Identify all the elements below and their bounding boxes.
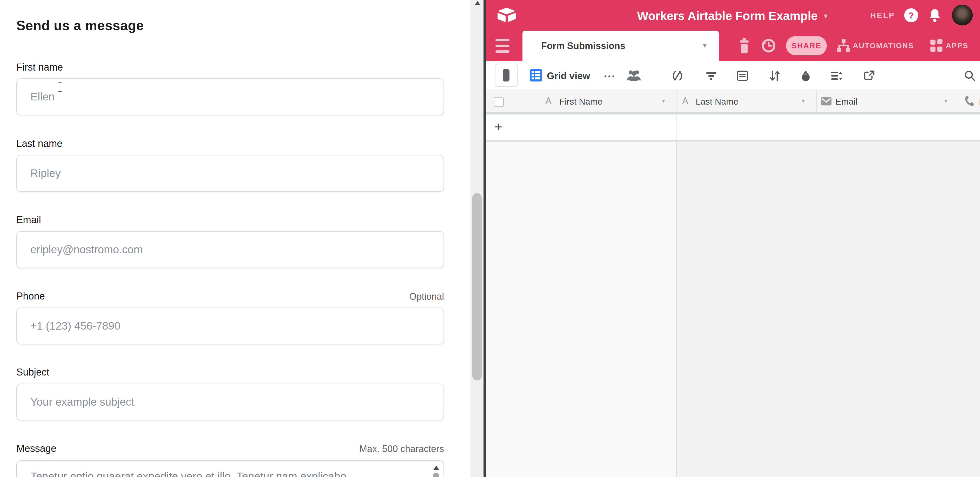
trash-icon[interactable] (737, 37, 751, 54)
view-name[interactable]: Grid view (547, 71, 590, 81)
add-record-plus-icon[interactable]: + (495, 119, 502, 135)
window-split-divider[interactable] (484, 0, 486, 477)
message-maxchars-hint: Max. 500 characters (360, 444, 444, 455)
grid-body-empty (486, 142, 980, 477)
history-icon[interactable] (760, 37, 776, 54)
color-icon[interactable] (799, 70, 812, 82)
form-pane-scrollbar[interactable] (471, 0, 484, 477)
search-icon[interactable] (963, 70, 976, 82)
form-title: Send us a message (16, 17, 144, 33)
textarea-scrollbar[interactable] (431, 463, 441, 477)
phone-optional-hint: Optional (409, 291, 444, 302)
email-label: Email (16, 214, 41, 225)
email-field-icon (821, 97, 832, 106)
first-name-label: First name (16, 62, 63, 73)
text-field-icon: A (545, 95, 552, 106)
base-title-caret-icon: ▼ (822, 12, 829, 20)
last-name-label: Last name (16, 138, 62, 149)
grid-column-header: A First Name ▼ A Last Name ▼ Email (486, 90, 980, 114)
phone-input[interactable] (16, 307, 444, 344)
view-sidebar-toggle-button[interactable] (495, 63, 518, 87)
tab-caret-icon[interactable]: ▼ (702, 42, 708, 49)
grid-view-icon (530, 69, 542, 81)
user-avatar[interactable] (952, 5, 973, 25)
subject-input[interactable] (16, 384, 444, 420)
help-button[interactable]: HELP (870, 11, 895, 20)
filter-icon[interactable] (705, 70, 718, 82)
screenshot-canvas: Send us a message First name Last name E… (0, 0, 980, 477)
column-last-name[interactable]: A Last Name ▼ (676, 90, 816, 113)
add-record-row[interactable]: + (486, 114, 980, 140)
form-pane-scrollbar-thumb[interactable] (473, 193, 482, 380)
column-email[interactable]: Email ▼ (816, 90, 959, 113)
hide-fields-icon[interactable] (671, 70, 684, 82)
message-text-preview: Tenetur optio quaerat expedite vero et i… (31, 470, 428, 477)
column-caret-icon[interactable]: ▼ (800, 98, 806, 104)
phone-field-icon (964, 95, 975, 106)
share-button[interactable]: SHARE (786, 36, 827, 55)
airtable-topbar: Workers Airtable Form Example▼ HELP ? (486, 0, 980, 31)
tab-form-submissions[interactable]: Form Submissions ▼ (522, 31, 719, 61)
frozen-pane-divider (676, 142, 677, 477)
sidebar-panel-icon (503, 69, 509, 81)
phone-label: Phone (16, 291, 45, 302)
column-caret-icon[interactable]: ▼ (943, 98, 948, 104)
help-question-icon[interactable]: ? (904, 8, 918, 22)
group-icon[interactable] (736, 70, 749, 82)
scroll-up-icon[interactable] (433, 466, 439, 470)
menu-hamburger-icon[interactable] (495, 39, 509, 53)
column-phone[interactable]: Phone (959, 90, 980, 113)
contact-form-pane: Send us a message First name Last name E… (0, 0, 471, 477)
email-input[interactable] (16, 231, 444, 268)
view-more-icon[interactable]: ••• (604, 73, 616, 81)
sort-icon[interactable] (768, 70, 781, 82)
share-view-icon[interactable] (862, 70, 876, 82)
automations-button[interactable]: AUTOMATIONS (853, 38, 914, 54)
scroll-up-icon[interactable] (475, 1, 480, 5)
collaborators-icon[interactable] (626, 70, 641, 82)
notifications-bell-icon[interactable] (928, 8, 942, 23)
airtable-tabbar: Form Submissions ▼ SHARE (486, 31, 980, 61)
column-first-name[interactable]: A First Name ▼ (512, 90, 676, 113)
last-name-input[interactable] (16, 155, 444, 192)
view-toolbar: Grid view ••• (486, 61, 980, 90)
row-height-icon[interactable] (830, 70, 843, 82)
subject-label: Subject (16, 367, 49, 378)
text-field-icon: A (682, 95, 688, 106)
toolbar-divider (653, 67, 653, 84)
column-caret-icon[interactable]: ▼ (661, 98, 666, 104)
grid-frozen-column-area (486, 142, 676, 477)
airtable-pane: Workers Airtable Form Example▼ HELP ? Fo… (486, 0, 980, 477)
apps-icon[interactable] (929, 38, 943, 53)
select-all-checkbox[interactable] (494, 97, 504, 107)
message-label: Message (16, 443, 56, 454)
automations-icon[interactable] (836, 38, 851, 53)
first-name-input[interactable] (16, 78, 444, 115)
apps-button[interactable]: APPS (946, 38, 968, 54)
textarea-scrollbar-thumb[interactable] (433, 473, 439, 477)
text-cursor-ibeam (58, 82, 62, 92)
